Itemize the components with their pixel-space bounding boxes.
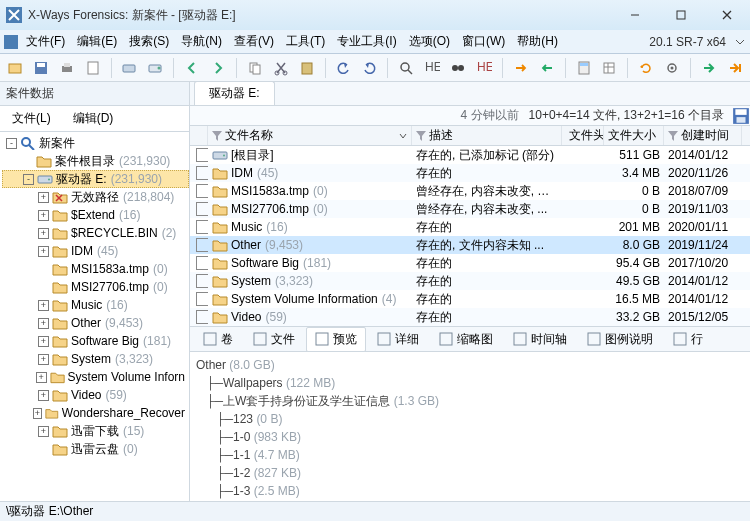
tree-node[interactable]: +$RECYCLE.BIN(2) (2, 224, 189, 242)
tree-node[interactable]: 案件根目录(231,930) (2, 152, 189, 170)
paste-button[interactable] (296, 57, 318, 79)
table-row[interactable]: IDM(45)存在的3.4 MB2020/11/26 (190, 164, 750, 182)
row-checkbox[interactable] (196, 292, 208, 306)
table-row[interactable]: Video(59)存在的33.2 GB2015/12/05 (190, 308, 750, 326)
menu-导航(N)[interactable]: 导航(N) (175, 32, 228, 50)
tree-node[interactable]: +$Extend(16) (2, 206, 189, 224)
menu-搜索(S)[interactable]: 搜索(S) (123, 32, 175, 50)
preview-tab-1[interactable]: 文件 (244, 327, 304, 352)
tree-toggle[interactable]: + (36, 372, 47, 383)
forward-button[interactable] (207, 57, 229, 79)
back-button[interactable] (181, 57, 203, 79)
print-button[interactable] (56, 57, 78, 79)
tree-node[interactable]: +Other(9,453) (2, 314, 189, 332)
table-row[interactable]: Other(9,453)存在的, 文件内容未知 ...8.0 GB2019/11… (190, 236, 750, 254)
preview-tab-0[interactable]: 卷 (194, 327, 242, 352)
menu-窗口(W)[interactable]: 窗口(W) (456, 32, 511, 50)
menu-工具(T)[interactable]: 工具(T) (280, 32, 331, 50)
menu-帮助(H)[interactable]: 帮助(H) (511, 32, 564, 50)
menu-编辑(E)[interactable]: 编辑(E) (71, 32, 123, 50)
tree-toggle[interactable]: + (33, 408, 43, 419)
table-row[interactable]: MSI1583a.tmp(0)曾经存在, 内容未改变, 已查看0 B2018/0… (190, 182, 750, 200)
preview-pane[interactable]: Other (8.0 GB) ├─Wallpapers (122 MB) ├─上… (190, 352, 750, 501)
arrow-right-button[interactable] (698, 57, 720, 79)
col-check[interactable] (190, 126, 208, 145)
hex-editor-button[interactable]: HEX (473, 57, 495, 79)
col-ext[interactable]: 文件头 (562, 126, 604, 145)
row-checkbox[interactable] (196, 166, 208, 180)
save-button[interactable] (30, 57, 52, 79)
menu-文件(F)[interactable]: 文件(F) (20, 32, 71, 50)
cut-button[interactable] (270, 57, 292, 79)
tree-node[interactable]: +Video(59) (2, 386, 189, 404)
settings-button[interactable] (661, 57, 683, 79)
col-desc[interactable]: 描述 (412, 126, 562, 145)
properties-button[interactable] (82, 57, 104, 79)
tree-node[interactable]: +System(3,323) (2, 350, 189, 368)
table-row[interactable]: System Volume Information(4)存在的16.5 MB20… (190, 290, 750, 308)
minimize-button[interactable] (612, 0, 658, 30)
tree-node[interactable]: -新案件 (2, 134, 189, 152)
tree-toggle[interactable]: + (38, 318, 49, 329)
binoculars-button[interactable] (447, 57, 469, 79)
tree-node[interactable]: -驱动器 E:(231,930) (2, 170, 189, 188)
row-checkbox[interactable] (196, 256, 208, 270)
calculator-button[interactable] (573, 57, 595, 79)
preview-tab-3[interactable]: 详细 (368, 327, 428, 352)
row-checkbox[interactable] (196, 148, 208, 162)
preview-tab-4[interactable]: 缩略图 (430, 327, 502, 352)
tab-drive[interactable]: 驱动器 E: (194, 82, 275, 105)
tree-node[interactable]: +Wondershare_Recover (2, 404, 189, 422)
preview-tab-7[interactable]: 行 (664, 327, 712, 352)
tree-node[interactable]: MSI27706.tmp(0) (2, 278, 189, 296)
tree-node[interactable]: +Music(16) (2, 296, 189, 314)
menu-选项(O)[interactable]: 选项(O) (403, 32, 456, 50)
tree-toggle[interactable]: - (23, 174, 34, 185)
tree-node[interactable]: +System Volume Inforn (2, 368, 189, 386)
goto-back-button[interactable] (536, 57, 558, 79)
row-checkbox[interactable] (196, 310, 208, 324)
menu-专业工具(I)[interactable]: 专业工具(I) (331, 32, 402, 50)
table-row[interactable]: Software Big(181)存在的95.4 GB2017/10/20 (190, 254, 750, 272)
row-checkbox[interactable] (196, 238, 208, 252)
open-case-button[interactable] (4, 57, 26, 79)
tree-toggle[interactable]: + (38, 210, 49, 221)
maximize-button[interactable] (658, 0, 704, 30)
tree-node[interactable]: +IDM(45) (2, 242, 189, 260)
close-button[interactable] (704, 0, 750, 30)
table-row[interactable]: [根目录]存在的, 已添加标记 (部分)511 GB2014/01/12 (190, 146, 750, 164)
tree-toggle[interactable]: + (38, 426, 49, 437)
tree-toggle[interactable]: + (38, 228, 49, 239)
tree-toggle[interactable]: + (38, 246, 49, 257)
tree-node[interactable]: MSI1583a.tmp(0) (2, 260, 189, 278)
col-size[interactable]: 文件大小 (604, 126, 664, 145)
tree-toggle[interactable]: + (38, 390, 49, 401)
row-checkbox[interactable] (196, 274, 208, 288)
col-date[interactable]: 创建时间 (664, 126, 742, 145)
col-name[interactable]: 文件名称 (208, 126, 412, 145)
sidebar-menu-file[interactable]: 文件(L) (6, 108, 57, 129)
undo-button[interactable] (333, 57, 355, 79)
open-image-button[interactable] (144, 57, 166, 79)
tree-node[interactable]: 迅雷云盘(0) (2, 440, 189, 458)
tree-toggle[interactable]: - (6, 138, 17, 149)
preview-tab-2[interactable]: 预览 (306, 327, 366, 352)
tree-toggle[interactable]: + (38, 336, 49, 347)
search-button[interactable] (395, 57, 417, 79)
menu-dropdown-icon[interactable] (734, 36, 746, 48)
menu-查看(V)[interactable]: 查看(V) (228, 32, 280, 50)
sidebar-menu-edit[interactable]: 编辑(D) (67, 108, 120, 129)
tree-node[interactable]: +Software Big(181) (2, 332, 189, 350)
row-checkbox[interactable] (196, 220, 208, 234)
tree-toggle[interactable]: + (38, 300, 49, 311)
goto-button[interactable] (510, 57, 532, 79)
find-hex-button[interactable]: HEX (421, 57, 443, 79)
row-checkbox[interactable] (196, 202, 208, 216)
tree-node[interactable]: +无效路径(218,804) (2, 188, 189, 206)
tree-toggle[interactable]: + (38, 354, 49, 365)
table-row[interactable]: MSI27706.tmp(0)曾经存在, 内容未改变, ...0 B2019/1… (190, 200, 750, 218)
arrow-right-end-button[interactable] (724, 57, 746, 79)
refresh-button[interactable] (635, 57, 657, 79)
open-disk-button[interactable] (119, 57, 141, 79)
copy-button[interactable] (244, 57, 266, 79)
